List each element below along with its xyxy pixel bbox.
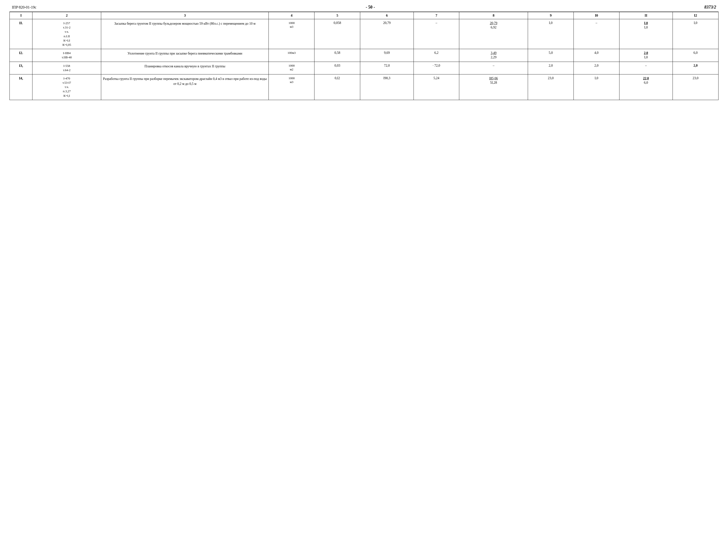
doc-number: ІПР·820-01-19с [12, 5, 37, 9]
row-c5-II: 20,79 [360, 19, 413, 49]
row-c6-I3: · 72,0 [413, 62, 459, 74]
row-unit-I2: 100м3 [269, 49, 315, 62]
row-c6-II: – [413, 19, 459, 49]
row-unit-II: 1000м3 [269, 19, 315, 49]
row-c10-I4: 22,0 6,0 [619, 74, 673, 100]
row-unit-I3: 1000м2 [269, 62, 315, 74]
col-header-7: 7 [413, 12, 459, 19]
col-header-6: 6 [360, 12, 413, 19]
col-header-8: 8 [459, 12, 528, 19]
row-desc-II: Засыпка берега грунтом II группы бульдоз… [101, 19, 269, 49]
col-header-4: 4 [269, 12, 315, 19]
table-row: I4, I-470 т.53-I7 т.ч. п.3,27 К=I,I Разр… [10, 74, 719, 100]
row-c8-II: I,0 [528, 19, 573, 49]
row-c6-I4: 5,24 [413, 74, 459, 100]
doc-code: 8373/2 [704, 5, 716, 10]
row-c9-II: – [573, 19, 619, 49]
row-c9-I4: I,0 [573, 74, 619, 100]
main-table: I 2 3 4 5 6 7 8 9 I0 II I2 II. I-257 т.3… [9, 12, 719, 100]
col-header-3: 3 [101, 12, 269, 19]
row-c10-I2: 2,0 I,0 [619, 49, 673, 62]
row-c4-I4: 0,I2 [315, 74, 360, 100]
row-code-II: I-257 т.31-2 т.ч. п.I.II К=I;I К=I,05 [32, 19, 101, 49]
col-header-10: I0 [573, 12, 619, 19]
col-header-2: 2 [32, 12, 101, 19]
row-c8-I3: 2,0 [528, 62, 573, 74]
row-c4-II: 0,058 [315, 19, 360, 49]
row-num-II: II. [10, 19, 32, 49]
row-c11-I3: 2,0 [673, 62, 718, 74]
row-c5-I3: 72,0 [360, 62, 413, 74]
col-header-11: II [619, 12, 673, 19]
row-desc-I2: Уплотнение грунта II группы при засыпке … [101, 49, 269, 62]
row-code-I4: I-470 т.53-I7 т.ч. п.3,27 К=I,I [32, 74, 101, 100]
col-header-12: I2 [673, 12, 718, 19]
row-num-I4: I4, [10, 74, 32, 100]
row-c11-I2: 6,0 [673, 49, 718, 62]
row-c10-I3: – [619, 62, 673, 74]
row-num-I3: I3, [10, 62, 32, 74]
col-header-9: 9 [528, 12, 573, 19]
row-unit-I4: 1000м3 [269, 74, 315, 100]
row-c7-I4: I85,06 5I,28 [459, 74, 528, 100]
header-area: ІПР·820-01-19с - 50 - 8373/2 [9, 5, 719, 10]
row-c11-I4: 23,0 [673, 74, 718, 100]
row-num-I2: I2. [10, 49, 32, 62]
col-header-1: I [10, 12, 32, 19]
page-label: - 50 - [365, 5, 375, 10]
row-desc-I4: Разработка грунта II группы при разборке… [101, 74, 269, 100]
row-c8-I4: 23,0 [528, 74, 573, 100]
row-code-I2: I-IIB4 т.IIB-40 [32, 49, 101, 62]
row-c11-II: I,0 [673, 19, 718, 49]
row-c4-I3: 0,03 [315, 62, 360, 74]
row-c8-I2: 5,0 [528, 49, 573, 62]
row-c4-I2: 0,58 [315, 49, 360, 62]
table-row: II. I-257 т.31-2 т.ч. п.I.II К=I;I К=I,0… [10, 19, 719, 49]
row-c6-I2: 6,2 [413, 49, 459, 62]
row-c5-I2: 9,69 [360, 49, 413, 62]
row-c5-I4: I90,3 [360, 74, 413, 100]
row-c9-I2: 4,0 [573, 49, 619, 62]
row-c7-I2: 3,49 2,29 [459, 49, 528, 62]
row-c10-II: I,0 I,0 [619, 19, 673, 49]
table-row: I3, I-558 т.64-2 Планировка откосов кана… [10, 62, 719, 74]
row-code-I3: I-558 т.64-2 [32, 62, 101, 74]
row-c7-I3: – [459, 62, 528, 74]
row-c7-II: 20,79 6,92 [459, 19, 528, 49]
col-header-5: 5 [315, 12, 360, 19]
row-c9-I3: 2,0 [573, 62, 619, 74]
table-row: I2. I-IIB4 т.IIB-40 Уплотнение грунта II… [10, 49, 719, 62]
table-header-row: I 2 3 4 5 6 7 8 9 I0 II I2 [10, 12, 719, 19]
row-desc-I3: Планировка откосов канала вручную в грун… [101, 62, 269, 74]
